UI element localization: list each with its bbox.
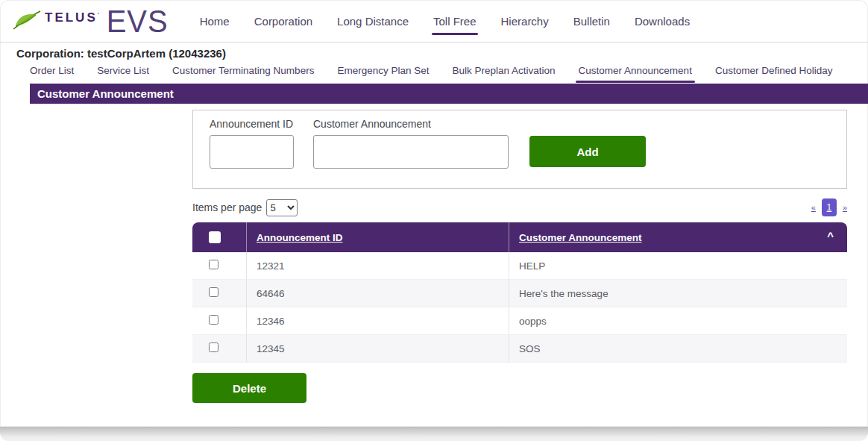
nav-item-corporation[interactable]: Corporation [254,10,312,32]
announcement-id-field-group: Announcement ID [210,118,294,169]
row-checkbox[interactable] [209,287,218,297]
select-all-checkbox[interactable] [209,231,221,243]
toll-free-sub-tabs: Order List Service List Customer Termina… [0,62,868,84]
tab-customer-defined-holiday[interactable]: Customer Defined Holiday [715,65,833,76]
nav-item-hierarchy[interactable]: Hierarchy [501,10,549,32]
cell-announcement-id: 12345 [246,335,509,363]
trademark-mark: ' [98,11,99,18]
top-header: TELUS' EVS Home Corporation Long Distanc… [0,0,868,43]
telus-wordmark: TELUS' [45,10,99,25]
table-row: 12345 SOS [192,335,847,363]
nav-item-toll-free[interactable]: Toll Free [433,10,477,32]
main-nav: Home Corporation Long Distance Toll Free… [200,10,690,32]
cell-customer-announcement: Here's the message [509,280,847,307]
items-per-page-select[interactable]: 5 [266,199,298,216]
cell-customer-announcement: SOS [509,335,847,363]
list-controls: Items per page 5 « 1 » [192,198,847,216]
tab-bulk-preplan-activation[interactable]: Bulk Preplan Activation [452,65,555,76]
evs-app-window: TELUS' EVS Home Corporation Long Distanc… [0,0,868,441]
row-checkbox[interactable] [209,343,218,352]
customer-announcement-input[interactable] [313,135,509,169]
window-bottom-edge [0,426,868,441]
customer-announcement-label: Customer Announcement [313,118,509,130]
customer-announcement-field-group: Customer Announcement [313,118,509,169]
nav-item-downloads[interactable]: Downloads [635,10,690,32]
table-row: 12321 HELP [192,252,847,280]
corporation-context-line: Corporation: testCorpArtem (12043236) [0,43,868,62]
row-checkbox[interactable] [209,315,218,325]
cell-announcement-id: 64646 [246,280,509,307]
announcement-id-input[interactable] [210,135,294,169]
cell-announcement-id: 12346 [246,307,509,335]
column-header-announcement-id[interactable]: Announcement ID [257,232,343,243]
nav-item-long-distance[interactable]: Long Distance [337,10,409,32]
cell-announcement-id: 12321 [246,252,509,280]
pagination-next-icon[interactable]: » [843,203,847,212]
cell-customer-announcement: HELP [509,252,847,280]
delete-button[interactable]: Delete [192,373,306,403]
tab-order-list[interactable]: Order List [30,65,74,76]
table-header-row: Announcement ID Customer Announcement ^ [192,222,847,252]
announcement-id-label: Announcement ID [210,118,294,130]
pagination-current-page[interactable]: 1 [822,198,837,216]
collapse-chevron-icon[interactable]: ^ [827,230,834,243]
main-content: Announcement ID Customer Announcement Ad… [192,110,847,403]
column-header-customer-announcement[interactable]: Customer Announcement [519,232,642,243]
add-announcement-panel: Announcement ID Customer Announcement Ad… [192,110,847,189]
items-per-page-label: Items per page [192,201,262,213]
telus-evs-logo[interactable]: TELUS' EVS [12,6,169,36]
page-title: Customer Announcement [37,87,174,100]
table-row: 64646 Here's the message [192,280,847,307]
telus-leaf-icon [12,10,42,32]
tab-service-list[interactable]: Service List [97,65,149,76]
nav-item-home[interactable]: Home [200,10,230,32]
table-row: 12346 oopps [192,307,847,335]
section-title-bar: Customer Announcement [30,84,868,104]
announcements-table: Announcement ID Customer Announcement ^ … [192,222,847,363]
evs-wordmark: EVS [107,5,169,37]
pagination: « 1 » [811,198,847,216]
nav-item-bulletin[interactable]: Bulletin [573,10,610,32]
add-button[interactable]: Add [529,136,646,167]
tab-emergency-plan-set[interactable]: Emergency Plan Set [337,65,429,76]
cell-customer-announcement: oopps [509,307,847,335]
tab-customer-announcement[interactable]: Customer Announcement [579,65,692,76]
tab-customer-terminating-numbers[interactable]: Customer Terminating Numbers [172,65,314,76]
row-checkbox[interactable] [209,260,218,269]
pagination-prev-icon[interactable]: « [811,203,816,212]
